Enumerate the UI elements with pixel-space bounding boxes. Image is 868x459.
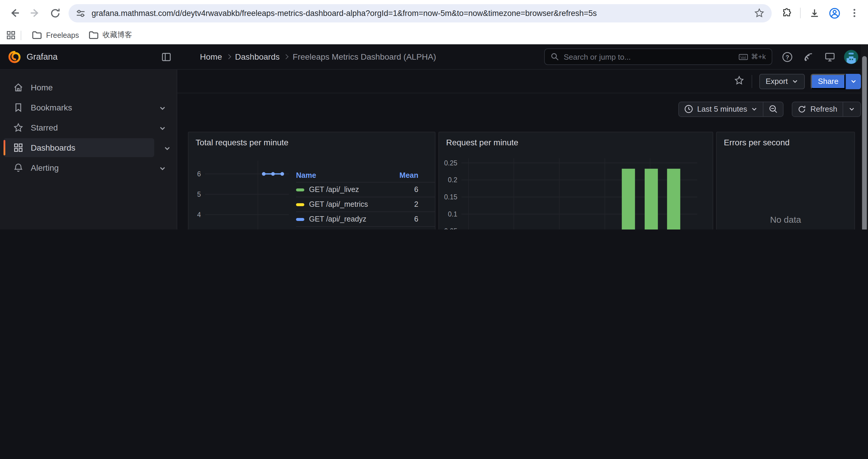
bookmark-folder-blog[interactable]: 收藏博客 bbox=[84, 28, 137, 42]
sidebar-item-starred[interactable]: Starred bbox=[4, 118, 172, 137]
chevron-down-icon bbox=[848, 106, 855, 112]
legend-series[interactable]: GET /api/_readyz bbox=[296, 212, 385, 227]
bookmark-star-icon[interactable] bbox=[754, 8, 765, 18]
svg-text:?: ? bbox=[785, 54, 789, 60]
home-icon bbox=[13, 82, 24, 93]
grafana-body: Home Bookmarks Starred Dashboards Alerti bbox=[0, 70, 868, 230]
panel-total-requests-per-minute: Total requests per minute 6543217:40 Nam… bbox=[188, 132, 435, 230]
dashboards-icon bbox=[13, 142, 24, 153]
toolbar-divider bbox=[800, 8, 801, 18]
sidebar-item-home[interactable]: Home bbox=[4, 78, 172, 97]
browser-menu-button[interactable] bbox=[845, 3, 863, 23]
dashboard-toolbar: Last 5 minutes Refresh bbox=[177, 93, 868, 125]
reload-button[interactable] bbox=[45, 3, 65, 23]
bookmarks-divider bbox=[21, 30, 21, 40]
total-requests-chart: 6543217:40 bbox=[192, 154, 292, 230]
sidebar-item-alerting[interactable]: Alerting bbox=[4, 158, 172, 177]
scrollbar-thumb[interactable] bbox=[862, 56, 867, 230]
rss-icon bbox=[803, 51, 814, 62]
legend-col-name[interactable]: Name bbox=[296, 169, 385, 183]
svg-text:6: 6 bbox=[197, 170, 201, 178]
downloads-button[interactable] bbox=[805, 3, 823, 23]
address-bar[interactable]: grafana.mathmast.com/d/deytv4rwavabkb/fr… bbox=[68, 4, 772, 22]
sidebar-item-bookmarks[interactable]: Bookmarks bbox=[4, 98, 172, 117]
dock-menu-icon[interactable] bbox=[162, 52, 172, 62]
grafana-header: Grafana Home Dashboards Freeleaps Metric… bbox=[0, 44, 868, 70]
user-avatar[interactable] bbox=[843, 49, 859, 64]
download-icon bbox=[809, 7, 820, 19]
site-info-icon[interactable] bbox=[75, 8, 86, 18]
folder-icon bbox=[32, 31, 42, 40]
zoom-out-button[interactable] bbox=[763, 102, 783, 116]
panel-title[interactable]: Errors per second bbox=[717, 132, 855, 154]
time-range-picker[interactable]: Last 5 minutes bbox=[679, 102, 763, 116]
profile-button[interactable] bbox=[826, 3, 843, 23]
folder-icon bbox=[88, 31, 98, 40]
chevron-down-icon[interactable] bbox=[159, 124, 166, 134]
back-button[interactable] bbox=[5, 3, 25, 23]
page-scrollbar[interactable] bbox=[861, 44, 868, 230]
subheader-divider bbox=[751, 75, 752, 88]
display-button[interactable] bbox=[822, 49, 837, 64]
sidebar-item-label: Dashboards bbox=[31, 143, 75, 153]
legend-value: 2 bbox=[385, 197, 435, 212]
chevron-down-icon[interactable] bbox=[164, 143, 171, 154]
panel-request-per-minute: Request per minute 0.250.20.150.10.05017… bbox=[438, 132, 713, 230]
bookmark-label: Freeleaps bbox=[46, 31, 79, 39]
svg-text:0.25: 0.25 bbox=[444, 159, 457, 167]
chevron-down-icon[interactable] bbox=[159, 164, 166, 174]
grafana-brand: Grafana bbox=[27, 52, 58, 61]
svg-text:0.15: 0.15 bbox=[444, 193, 457, 201]
bookmark-icon bbox=[13, 102, 24, 113]
bookmark-folder-freeleaps[interactable]: Freeleaps bbox=[27, 29, 84, 41]
export-button[interactable]: Export bbox=[759, 73, 805, 89]
legend-series[interactable]: GET /api/_metrics bbox=[296, 197, 385, 212]
header-icons: ? bbox=[779, 49, 859, 64]
extensions-button[interactable] bbox=[778, 3, 795, 23]
panel-title[interactable]: Total requests per minute bbox=[188, 132, 435, 154]
grafana-logo[interactable] bbox=[8, 51, 21, 63]
profile-icon bbox=[828, 7, 840, 19]
apps-grid-icon[interactable] bbox=[6, 30, 16, 40]
bell-icon bbox=[13, 162, 24, 173]
browser-toolbar: grafana.mathmast.com/d/deytv4rwavabkb/fr… bbox=[0, 0, 868, 26]
chevron-down-icon bbox=[850, 78, 857, 85]
extensions-puzzle-icon bbox=[781, 7, 792, 19]
bookmark-label: 收藏博客 bbox=[102, 30, 132, 40]
breadcrumb-separator-icon bbox=[226, 54, 231, 59]
chevron-down-icon bbox=[792, 78, 799, 85]
monitor-icon bbox=[824, 51, 835, 62]
panel-title[interactable]: Request per minute bbox=[439, 132, 713, 154]
time-range-group: Last 5 minutes bbox=[678, 101, 784, 117]
legend-series[interactable]: GET /api/_livez bbox=[296, 183, 385, 197]
request-per-minute-chart: 0.250.20.150.10.05017:37:0017:38:0017:39… bbox=[440, 154, 706, 230]
breadcrumb-home[interactable]: Home bbox=[200, 52, 222, 61]
share-menu-button[interactable] bbox=[845, 73, 861, 89]
svg-text:0.05: 0.05 bbox=[444, 227, 457, 230]
news-button[interactable] bbox=[801, 49, 816, 64]
favorite-star-button[interactable] bbox=[734, 75, 744, 88]
no-data-message: No data bbox=[717, 154, 855, 230]
refresh-button[interactable]: Refresh bbox=[793, 102, 843, 116]
svg-text:5: 5 bbox=[197, 191, 201, 198]
legend-value: 6 bbox=[385, 212, 435, 227]
refresh-interval-button[interactable] bbox=[843, 102, 860, 116]
sidebar-item-label: Alerting bbox=[31, 163, 59, 172]
sidebar-item-dashboards[interactable]: Dashboards bbox=[4, 138, 154, 157]
forward-icon bbox=[29, 7, 41, 19]
star-icon bbox=[13, 122, 24, 133]
share-button-group: Share bbox=[811, 73, 861, 89]
avatar-image bbox=[843, 49, 858, 64]
zoom-out-icon bbox=[769, 104, 778, 113]
sidebar-item-label: Starred bbox=[31, 123, 58, 132]
breadcrumb-dashboards[interactable]: Dashboards bbox=[235, 52, 280, 61]
refresh-icon bbox=[798, 105, 806, 113]
help-button[interactable]: ? bbox=[779, 49, 795, 64]
forward-button[interactable] bbox=[25, 3, 45, 23]
search-input[interactable]: Search or jump to... ⌘+k bbox=[544, 48, 772, 65]
chevron-down-icon[interactable] bbox=[159, 103, 166, 114]
legend-col-mean[interactable]: Mean bbox=[385, 169, 435, 183]
share-button[interactable]: Share bbox=[811, 73, 845, 89]
chevron-down-icon bbox=[751, 106, 758, 112]
url-text[interactable]: grafana.mathmast.com/d/deytv4rwavabkb/fr… bbox=[92, 8, 749, 18]
